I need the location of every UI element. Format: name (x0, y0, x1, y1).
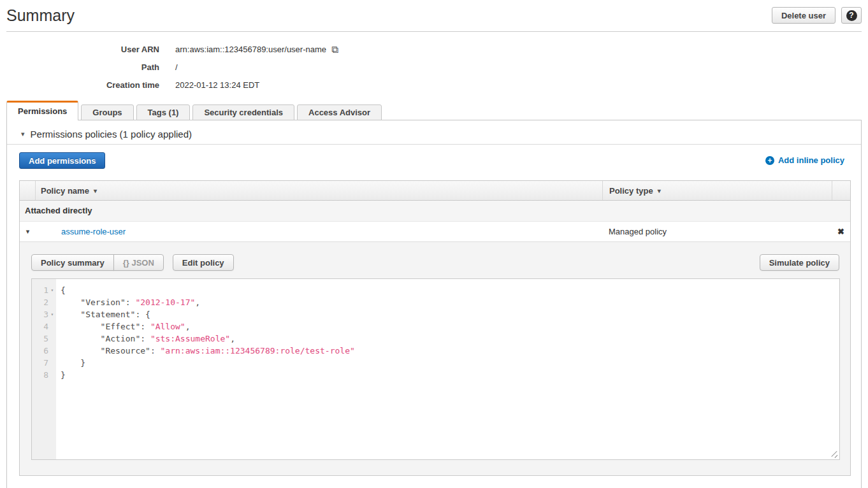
add-permissions-button[interactable]: Add permissions (19, 152, 105, 169)
tab-groups[interactable]: Groups (81, 104, 133, 120)
line-number: 5 (32, 333, 48, 345)
row-expander-icon[interactable]: ▾ (20, 227, 36, 236)
code-token: { (61, 285, 66, 295)
info-value: 2022-01-12 13:24 EDT (175, 80, 259, 90)
collapse-caret-icon[interactable]: ▾ (21, 130, 25, 138)
policy-detail-panel: Policy summary {} JSON Edit policy Simul… (20, 242, 850, 475)
gutter-line: 1▾ (32, 284, 56, 296)
title-actions: Delete user ? (772, 7, 862, 24)
code-token: "Statement": { (61, 310, 150, 319)
help-button[interactable]: ? (841, 7, 862, 24)
attached-directly-group-row: Attached directly (20, 201, 850, 222)
string-token: "2012-10-17" (135, 298, 195, 307)
permissions-tab-panel: ▾ Permissions policies (1 policy applied… (6, 120, 862, 488)
fold-icon[interactable]: ▾ (48, 284, 56, 296)
tab-tags-1[interactable]: Tags (1) (136, 104, 191, 120)
tab-security-credentials[interactable]: Security credentials (192, 104, 294, 120)
code-token: } (61, 370, 66, 380)
code-token: , (195, 298, 200, 307)
code-token: , (185, 322, 191, 331)
code-token: "Effect": (61, 322, 150, 331)
add-inline-policy-label: Add inline policy (778, 155, 844, 165)
line-number: 8 (32, 369, 48, 381)
tab-bar: PermissionsGroupsTags (1)Security creden… (6, 101, 382, 120)
gutter-line: 2 (32, 296, 56, 308)
permissions-policies-title: Permissions policies (1 policy applied) (31, 129, 192, 140)
sort-down-icon: ▾ (658, 187, 661, 194)
title-divider (6, 31, 862, 32)
info-label: User ARN (6, 45, 159, 54)
gutter-line: 8 (32, 369, 56, 381)
policy-name-link[interactable]: assume-role-user (61, 227, 126, 236)
string-token: "Allow" (150, 322, 185, 331)
policy-name-cell: assume-role-user (36, 227, 602, 236)
code-token: "Resource": (61, 346, 161, 355)
line-number: 7 (32, 357, 48, 369)
string-token: "sts:AssumeRole" (150, 334, 230, 343)
line-number: 4 (32, 320, 48, 333)
policy-summary-button[interactable]: Policy summary (31, 254, 114, 271)
policy-type-column-header[interactable]: Policy type ▾ (602, 181, 832, 200)
gutter-line: 6 (32, 345, 56, 357)
json-editor[interactable]: 1▾23▾45678 { "Version": "2012-10-17", "S… (31, 278, 840, 460)
fold-icon[interactable]: ▾ (48, 308, 56, 320)
editor-code-area[interactable]: { "Version": "2012-10-17", "Statement": … (56, 279, 839, 459)
help-icon: ? (846, 10, 857, 21)
info-label: Creation time (6, 80, 159, 90)
info-row: Creation time2022-01-12 13:24 EDT (6, 76, 338, 94)
simulate-policy-button[interactable]: Simulate policy (760, 254, 839, 271)
detach-policy-icon[interactable]: ✖ (837, 227, 844, 236)
iam-user-summary-page: Summary Delete user ? User ARNarn:aws:ia… (0, 0, 868, 488)
actions-column-header (832, 181, 850, 200)
policy-type-header-label: Policy type (609, 186, 653, 196)
sort-down-icon: ▾ (94, 187, 97, 194)
expand-column-header (20, 181, 36, 200)
line-number: 6 (32, 345, 48, 357)
plus-icon: + (765, 156, 774, 165)
info-row: Path/ (6, 58, 338, 76)
policy-name-column-header[interactable]: Policy name ▾ (36, 181, 602, 200)
gutter-line: 7 (32, 357, 56, 369)
info-value: arn:aws:iam::123456789:user/user-name (175, 45, 326, 54)
tab-access-advisor[interactable]: Access Advisor (297, 104, 382, 120)
code-token: "Version": (61, 298, 135, 307)
policy-view-toggle: Policy summary {} JSON Edit policy (31, 254, 234, 271)
json-view-button[interactable]: {} JSON (113, 254, 164, 271)
info-value: / (175, 62, 178, 72)
string-token: "arn:aws:iam::123456789:role/test-role" (161, 346, 355, 355)
code-token: } (61, 358, 85, 368)
code-line: "Version": "2012-10-17", (61, 296, 839, 308)
code-token: , (230, 334, 235, 343)
policy-type-cell: Managed policy (602, 227, 832, 236)
line-number: 3 (32, 308, 48, 320)
editor-gutter: 1▾23▾45678 (32, 279, 56, 459)
policy-row: ▾ assume-role-user Managed policy ✖ (20, 222, 850, 242)
line-number: 2 (32, 296, 48, 308)
delete-user-button[interactable]: Delete user (772, 7, 835, 24)
code-line: "Statement": { (61, 308, 839, 320)
user-info-section: User ARNarn:aws:iam::123456789:user/user… (6, 40, 338, 94)
edit-policy-button[interactable]: Edit policy (173, 254, 234, 271)
policy-name-header-label: Policy name (41, 186, 89, 196)
gutter-line: 4 (32, 320, 56, 333)
policy-table-header: Policy name ▾ Policy type ▾ (20, 181, 850, 201)
line-number: 1 (32, 284, 48, 296)
code-line: { (61, 284, 839, 296)
permissions-policies-header: ▾ Permissions policies (1 policy applied… (21, 129, 192, 140)
section-divider (7, 144, 861, 145)
policy-actions-cell: ✖ (832, 227, 850, 236)
page-title: Summary (6, 6, 75, 25)
copy-icon[interactable]: ⧉ (331, 45, 338, 54)
gutter-line: 3▾ (32, 308, 56, 320)
editor-resize-handle[interactable] (830, 450, 838, 458)
add-inline-policy-link[interactable]: + Add inline policy (765, 155, 844, 165)
tab-permissions[interactable]: Permissions (6, 101, 78, 120)
code-line: "Effect": "Allow", (61, 320, 839, 333)
code-token: "Action": (61, 334, 150, 343)
code-line: "Resource": "arn:aws:iam::123456789:role… (61, 345, 839, 357)
code-line: "Action": "sts:AssumeRole", (61, 333, 839, 345)
info-row: User ARNarn:aws:iam::123456789:user/user… (6, 40, 338, 58)
policy-table: Policy name ▾ Policy type ▾ Attached dir… (19, 180, 851, 476)
info-label: Path (6, 62, 159, 72)
gutter-line: 5 (32, 333, 56, 345)
